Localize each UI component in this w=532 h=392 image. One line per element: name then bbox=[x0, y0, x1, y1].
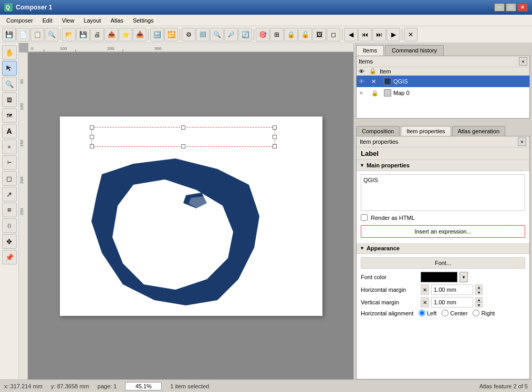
label-item[interactable] bbox=[91, 127, 275, 147]
zoom-out-btn[interactable]: 🔎 bbox=[224, 28, 238, 41]
handle-tr[interactable] bbox=[273, 125, 277, 130]
open-btn[interactable]: 📂 bbox=[62, 28, 76, 41]
menu-composer[interactable]: Composer bbox=[2, 16, 37, 25]
export3-btn[interactable]: 📥 bbox=[133, 28, 147, 41]
handle-mr[interactable] bbox=[273, 135, 277, 139]
export-btn[interactable]: 📤 bbox=[105, 28, 118, 41]
qgis-vis-icon[interactable]: 👁 bbox=[359, 78, 369, 84]
menu-view[interactable]: View bbox=[58, 16, 79, 25]
nav-last-btn[interactable]: ⏭ bbox=[372, 28, 386, 41]
atlas-num-btn[interactable]: 🔢 bbox=[196, 28, 210, 41]
menu-edit[interactable]: Edit bbox=[38, 16, 57, 25]
handle-tm[interactable] bbox=[181, 125, 185, 130]
handle-bl[interactable] bbox=[90, 144, 94, 149]
close-btn[interactable]: ✕ bbox=[517, 3, 528, 12]
font-color-box[interactable] bbox=[421, 272, 457, 282]
tab-item-properties[interactable]: Item properties bbox=[401, 126, 451, 136]
items-row-map0[interactable]: ✕ 🔒 Map 0 bbox=[357, 87, 529, 99]
label-text-area[interactable] bbox=[361, 174, 525, 211]
appearance-section-header[interactable]: ▼ Appearance bbox=[357, 243, 529, 254]
h-margin-down-btn[interactable]: ▼ bbox=[475, 290, 483, 295]
move-content-btn[interactable]: ✥ bbox=[2, 234, 17, 249]
map0-lock-icon[interactable]: 🔒 bbox=[371, 90, 382, 97]
close-composer-btn[interactable]: ✕ bbox=[404, 28, 418, 41]
grid-btn[interactable]: ⊞ bbox=[270, 28, 284, 41]
export2-btn[interactable]: ⭐ bbox=[119, 28, 132, 41]
nav-prev-btn[interactable]: ◀ bbox=[344, 28, 358, 41]
items-close-btn[interactable]: × bbox=[519, 57, 527, 66]
rect-btn[interactable]: ◻ bbox=[327, 28, 340, 41]
add-map-btn[interactable]: 🗺 bbox=[2, 108, 17, 123]
save2-btn[interactable]: 💾 bbox=[76, 28, 90, 41]
add-arrow-btn[interactable]: ↗ bbox=[2, 187, 17, 202]
menu-layout[interactable]: Layout bbox=[79, 16, 105, 25]
minimize-btn[interactable]: ─ bbox=[494, 3, 505, 12]
preview-btn[interactable]: 🔍 bbox=[45, 28, 58, 41]
v-margin-down-btn[interactable]: ▼ bbox=[475, 302, 483, 308]
items-row-qgis[interactable]: 👁 ✕ QGIS bbox=[357, 76, 529, 87]
unlock-btn[interactable]: 🔓 bbox=[298, 28, 312, 41]
new-btn[interactable]: 📄 bbox=[16, 28, 30, 41]
lock-btn[interactable]: 🔒 bbox=[284, 28, 298, 41]
frame-btn[interactable]: 🖼 bbox=[312, 28, 326, 41]
canvas-content[interactable] bbox=[28, 52, 353, 379]
nav-next-btn[interactable]: ▶ bbox=[387, 28, 400, 41]
zoom-tool-btn[interactable]: 🔍 bbox=[2, 77, 17, 91]
render-html-checkbox[interactable] bbox=[361, 214, 368, 221]
add-scalebar-btn[interactable]: ⊢ bbox=[2, 155, 17, 170]
main-props-section-header[interactable]: ▼ Main properties bbox=[357, 160, 529, 171]
menu-atlas[interactable]: Atlas bbox=[106, 16, 127, 25]
undo-btn[interactable]: 🔙 bbox=[150, 28, 164, 41]
nav-first-btn[interactable]: ⏮ bbox=[358, 28, 372, 41]
handle-br[interactable] bbox=[273, 144, 277, 149]
handle-tl[interactable] bbox=[90, 125, 94, 130]
h-margin-clear-btn[interactable]: ✕ bbox=[421, 284, 429, 295]
zoom-in-btn[interactable]: 🔍 bbox=[210, 28, 224, 41]
status-zoom[interactable]: 45.1% bbox=[125, 382, 162, 390]
menu-settings[interactable]: Settings bbox=[129, 16, 158, 25]
tab-command-history[interactable]: Command history bbox=[385, 45, 444, 56]
print-btn[interactable]: 🖨 bbox=[90, 28, 104, 41]
save-btn[interactable]: 💾 bbox=[2, 28, 16, 41]
align-center-option[interactable]: Center bbox=[442, 310, 467, 316]
add-image-btn[interactable]: 🖼 bbox=[2, 92, 17, 107]
pan-tool-btn[interactable]: ✋ bbox=[2, 45, 17, 60]
tab-composition[interactable]: Composition bbox=[356, 126, 400, 136]
add-shape-btn[interactable]: ◻ bbox=[2, 171, 17, 186]
font-btn[interactable]: Font... bbox=[361, 257, 525, 269]
item-props-close-btn[interactable]: × bbox=[518, 137, 526, 146]
atlas-settings-btn[interactable]: ⚙ bbox=[182, 28, 195, 41]
add-label-btn[interactable]: A bbox=[2, 124, 17, 139]
color-dropdown-btn[interactable]: ▼ bbox=[460, 272, 468, 282]
handle-bm[interactable] bbox=[181, 144, 185, 149]
refresh-btn[interactable]: 🔄 bbox=[238, 28, 252, 41]
redo-btn[interactable]: 🔁 bbox=[164, 28, 178, 41]
composition-page[interactable] bbox=[60, 116, 322, 316]
v-margin-up-btn[interactable]: ▲ bbox=[475, 297, 483, 302]
align-center-radio[interactable] bbox=[442, 310, 448, 316]
add-html-btn[interactable]: ⟨⟩ bbox=[2, 218, 17, 233]
v-margin-clear-btn[interactable]: ✕ bbox=[421, 297, 429, 308]
qgis-lock-icon[interactable]: ✕ bbox=[371, 78, 382, 85]
align-right-radio[interactable] bbox=[473, 310, 479, 316]
v-margin-input[interactable] bbox=[431, 297, 473, 308]
h-margin-input[interactable] bbox=[431, 284, 473, 295]
select-tool-btn[interactable] bbox=[2, 61, 17, 76]
pin-btn[interactable]: 📌 bbox=[2, 250, 17, 264]
canvas-area[interactable]: 0 100 200 300 50 100 150 200 250 bbox=[19, 43, 353, 379]
align-left-option[interactable]: Left bbox=[419, 310, 436, 316]
add-table-btn[interactable]: ⊞ bbox=[2, 203, 17, 217]
insert-expression-btn[interactable]: Insert an expression... bbox=[361, 225, 525, 238]
align-left-radio[interactable] bbox=[419, 310, 425, 316]
tab-atlas-generation[interactable]: Atlas generation bbox=[452, 126, 506, 136]
select-all-btn[interactable]: 🎯 bbox=[256, 28, 269, 41]
h-margin-up-btn[interactable]: ▲ bbox=[475, 284, 483, 290]
map0-vis-icon[interactable]: ✕ bbox=[359, 90, 369, 97]
align-right-option[interactable]: Right bbox=[473, 310, 495, 316]
duplicate-btn[interactable]: 📋 bbox=[30, 28, 44, 41]
maximize-btn[interactable]: □ bbox=[506, 3, 516, 12]
tab-items[interactable]: Items bbox=[356, 45, 384, 56]
handle-ml[interactable] bbox=[90, 135, 94, 139]
add-legend-btn[interactable]: ≡ bbox=[2, 140, 17, 154]
map-item[interactable] bbox=[91, 153, 270, 311]
